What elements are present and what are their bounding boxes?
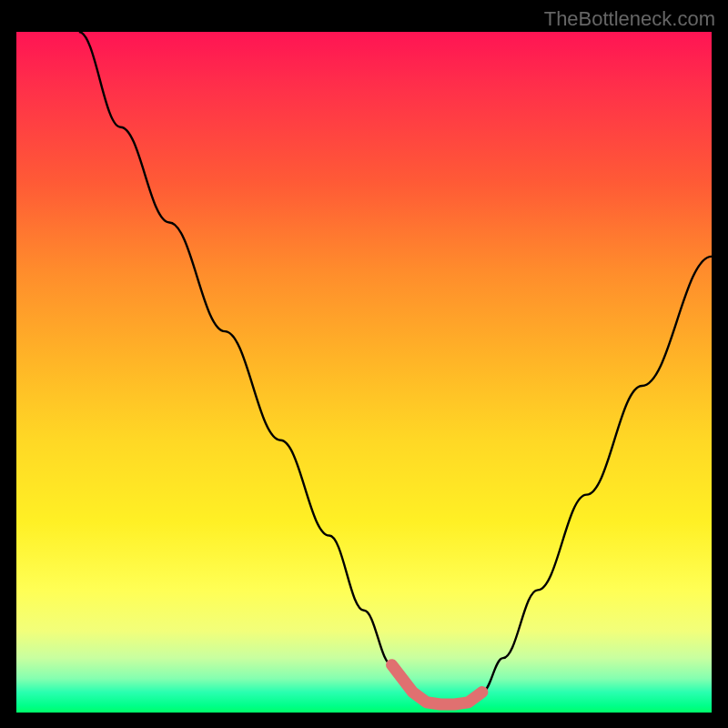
watermark-text: TheBottleneck.com [544,7,715,31]
chart-frame [16,32,712,713]
curve-line [79,32,712,704]
highlight-band [392,665,482,704]
chart-svg [16,32,712,713]
